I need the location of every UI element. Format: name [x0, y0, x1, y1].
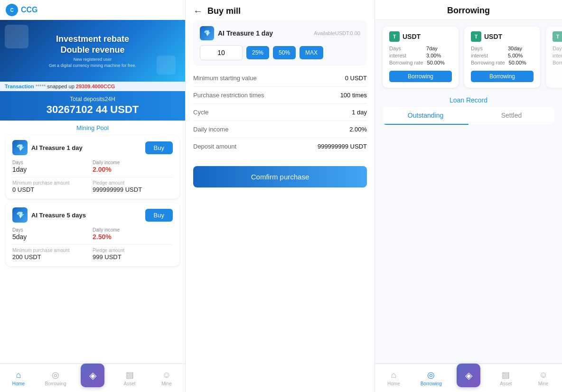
- right-title: Borrowing: [447, 6, 490, 15]
- pledge-label: Pledge amount: [93, 180, 173, 186]
- back-button[interactable]: ←: [193, 6, 203, 17]
- right-nav-home[interactable]: ⌂ Home: [375, 368, 412, 388]
- nav-borrowing[interactable]: ◎ Borrowing: [37, 368, 74, 388]
- pool-pledge: Pledge amount 999999999 USDT: [93, 180, 173, 193]
- detail-row-1: Purchase restriction times 100 times: [193, 87, 367, 104]
- pool-card-2-header: 💎 AI Treasure 5 days Buy: [12, 207, 173, 223]
- borrow-interest-val-2: 5.00%: [508, 53, 523, 58]
- nav-home-label: Home: [12, 381, 25, 386]
- min-value: 0 USDT: [12, 186, 93, 193]
- right-nav-transaction-center-button[interactable]: ◈: [457, 364, 480, 387]
- borrow-stats-1: Days 7day interest 3.00% Borrowing rate …: [389, 46, 452, 65]
- pool-card-1-name: AI Treasure 1 day: [31, 144, 83, 151]
- detail-row-3: Daily income 2.00%: [193, 121, 367, 138]
- pool-stat-days-2: Days 5day: [12, 227, 93, 241]
- loan-tabs: Outstanding Settled: [383, 107, 554, 125]
- detail-label-2: Cycle: [193, 109, 209, 116]
- confirm-purchase-button[interactable]: Comfirm purchase: [193, 166, 367, 187]
- right-nav-home-label: Home: [387, 381, 400, 386]
- nav-mine[interactable]: ☺ Mine: [148, 368, 185, 388]
- right-nav-asset[interactable]: ▤ Asset: [487, 368, 525, 388]
- borrow-days-val-1: 7day: [426, 46, 438, 51]
- pool-card-1-header: 💎 AI Treasure 1 day Buy: [12, 140, 173, 155]
- borrow-rate-val-1: 50.00%: [427, 60, 445, 65]
- income-value: 2.00%: [93, 166, 173, 173]
- right-panel: Borrowing T USDT Days 7day interest 3.00…: [375, 0, 562, 392]
- nav-home[interactable]: ⌂ Home: [0, 368, 37, 388]
- borrow-days-key-1: Days: [389, 46, 422, 51]
- pool-card-1-buy-button[interactable]: Buy: [145, 141, 173, 154]
- buy-mill-header: ← Buy mill: [186, 0, 375, 20]
- borrow-stats-2: Days 30day interest 5.00% Borrowing rate…: [471, 46, 534, 65]
- pool-stat-income: Daily income 2.00%: [93, 160, 173, 173]
- borrow-btn-1[interactable]: Borrowing: [389, 71, 452, 82]
- right-nav-mine-label: Mine: [538, 381, 549, 386]
- borrow-interest-key-1: interest: [389, 53, 422, 58]
- left-bottom-nav: ⌂ Home ◎ Borrowing ▤ Asset ☺ Mine ◈: [0, 364, 185, 392]
- pool-stats2-2: Minimum purchase amount 200 USDT Pledge …: [12, 248, 173, 261]
- detail-row-2: Cycle 1 day: [193, 104, 367, 121]
- nav-mine-label: Mine: [161, 381, 172, 386]
- detail-value-0: 0 USDT: [345, 75, 367, 82]
- right-nav-asset-label: Asset: [500, 381, 512, 386]
- detail-row-4: Deposit amount 999999999 USDT: [193, 138, 367, 155]
- details-table: Minimum starting value 0 USDT Purchase r…: [193, 70, 367, 155]
- borrow-card-1-header: T USDT: [389, 31, 452, 42]
- right-nav-borrowing-label: Borrowing: [421, 381, 442, 386]
- detail-label-1: Purchase restriction times: [193, 92, 264, 99]
- middle-panel: ← Buy mill 💎 AI Treasure 1 day Available…: [185, 0, 375, 392]
- right-mine-icon: ☺: [539, 370, 547, 380]
- nav-transaction-center-button[interactable]: ◈: [81, 364, 104, 387]
- borrow-interest-row-1: interest 3.00%: [389, 53, 452, 58]
- pool-stats-2: Minimum purchase amount 0 USDT Pledge am…: [12, 180, 173, 193]
- pool-card-1-icon: 💎: [12, 140, 28, 155]
- pledge-value-2: 999 USDT: [93, 253, 173, 261]
- pool-min: Minimum purchase amount 0 USDT: [12, 180, 93, 193]
- product-title-row: 💎 AI Treasure 1 day: [200, 26, 273, 40]
- transaction-text: snapped up: [47, 84, 76, 89]
- home-icon: ⌂: [16, 370, 21, 380]
- borrow-days-row-1: Days 7day: [389, 46, 452, 51]
- deposit-amount: 30267102 44 USDT: [0, 103, 185, 116]
- pool-card-1-title: 💎 AI Treasure 1 day: [12, 140, 83, 155]
- usdt-label-2: USDT: [484, 33, 502, 40]
- borrow-rate-key-1: Borrowing rate: [389, 60, 423, 65]
- transaction-stars: *****: [36, 84, 46, 89]
- income-label-2: Daily income: [93, 227, 173, 233]
- right-nav-borrowing[interactable]: ◎ Borrowing: [412, 368, 450, 388]
- pool-card-1-stats: Days 1day Daily income 2.00%: [12, 160, 173, 173]
- pool-card-2-name: AI Treasure 5 days: [31, 212, 86, 219]
- borrow-card-3: T Days intere Borr: [546, 27, 562, 88]
- usdt-icon-1: T: [389, 31, 400, 42]
- right-bottom-nav: ⌂ Home ◎ Borrowing ▤ Asset ☺ Mine ◈: [375, 364, 562, 392]
- pct-25-button[interactable]: 25%: [246, 46, 269, 59]
- pool-card-2-title: 💎 AI Treasure 5 days: [12, 207, 86, 223]
- detail-value-2: 1 day: [352, 109, 367, 116]
- detail-value-3: 2.00%: [349, 126, 367, 133]
- banner: Investment rebate Double revenue New reg…: [0, 20, 185, 82]
- asset-icon: ▤: [126, 370, 134, 380]
- pool-card-2-buy-button[interactable]: Buy: [145, 209, 173, 222]
- amount-input[interactable]: [200, 45, 243, 60]
- pct-max-button[interactable]: MAX: [300, 46, 323, 59]
- borrow-interest-key-3: intere: [553, 53, 562, 58]
- available-text: AvailableUSDT:0.00: [314, 30, 360, 36]
- pct-50-button[interactable]: 50%: [273, 46, 296, 59]
- product-header: 💎 AI Treasure 1 day AvailableUSDT:0.00: [200, 26, 360, 40]
- income-value-2: 2.50%: [93, 233, 173, 241]
- pledge-value: 999999999 USDT: [93, 186, 173, 193]
- deposit-box: Total deposits24H 30267102 44 USDT: [0, 91, 185, 121]
- borrow-btn-2[interactable]: Borrowing: [471, 71, 534, 82]
- middle-scroll-area: 💎 AI Treasure 1 day AvailableUSDT:0.00 2…: [186, 20, 375, 392]
- income-label: Daily income: [93, 160, 173, 165]
- right-transaction-center-icon: ◈: [465, 370, 472, 381]
- tab-outstanding[interactable]: Outstanding: [383, 107, 468, 125]
- right-nav-mine[interactable]: ☺ Mine: [525, 368, 562, 388]
- tab-settled[interactable]: Settled: [468, 107, 554, 125]
- nav-asset[interactable]: ▤ Asset: [111, 368, 148, 388]
- days-label: Days: [12, 160, 93, 165]
- transaction-bar: Transaction ***** snapped up 29309.4000C…: [0, 82, 185, 91]
- banner-line1: Investment rebate Double revenue: [56, 34, 129, 56]
- mining-pool-label: Mining Pool: [0, 121, 185, 133]
- ccg-logo-icon: C: [6, 4, 18, 16]
